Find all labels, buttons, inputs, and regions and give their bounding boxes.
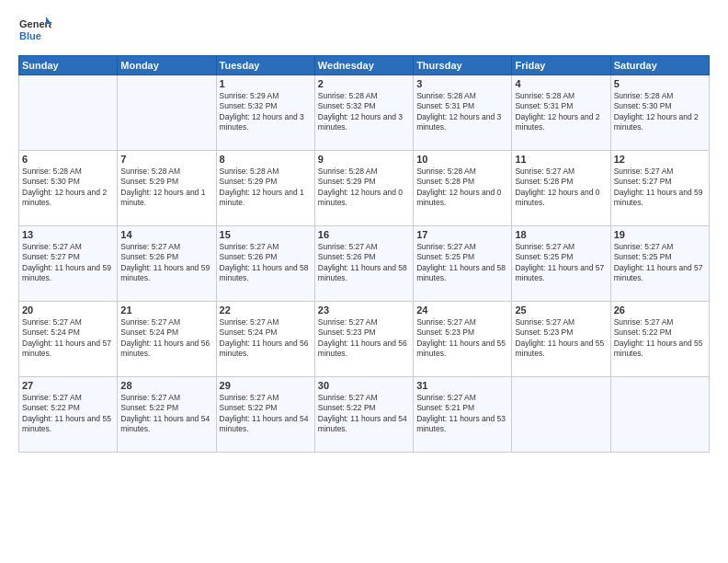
day-cell: 21Sunrise: 5:27 AMSunset: 5:24 PMDayligh… xyxy=(118,302,216,377)
day-number: 2 xyxy=(318,78,410,89)
calendar-table: SundayMondayTuesdayWednesdayThursdayFrid… xyxy=(18,55,710,453)
day-cell: 9Sunrise: 5:28 AMSunset: 5:29 PMDaylight… xyxy=(314,151,413,226)
day-info: Sunrise: 5:27 AMSunset: 5:21 PMDaylight:… xyxy=(416,393,508,435)
day-cell: 19Sunrise: 5:27 AMSunset: 5:25 PMDayligh… xyxy=(610,226,709,302)
day-number: 26 xyxy=(614,304,706,316)
col-header-tuesday: Tuesday xyxy=(216,56,314,75)
day-cell: 22Sunrise: 5:27 AMSunset: 5:24 PMDayligh… xyxy=(216,302,314,377)
day-number: 16 xyxy=(318,229,410,240)
day-info: Sunrise: 5:27 AMSunset: 5:23 PMDaylight:… xyxy=(318,317,410,360)
day-cell: 20Sunrise: 5:27 AMSunset: 5:24 PMDayligh… xyxy=(19,302,118,377)
week-row-4: 20Sunrise: 5:27 AMSunset: 5:24 PMDayligh… xyxy=(19,302,710,377)
day-number: 24 xyxy=(416,304,508,316)
day-cell: 30Sunrise: 5:27 AMSunset: 5:22 PMDayligh… xyxy=(314,377,413,453)
day-number: 18 xyxy=(515,229,607,240)
day-number: 7 xyxy=(120,154,212,165)
day-number: 30 xyxy=(318,380,410,391)
col-header-monday: Monday xyxy=(118,56,216,75)
day-cell: 4Sunrise: 5:28 AMSunset: 5:31 PMDaylight… xyxy=(512,75,610,151)
day-info: Sunrise: 5:28 AMSunset: 5:32 PMDaylight:… xyxy=(318,91,410,133)
day-number: 17 xyxy=(416,229,508,240)
day-number: 1 xyxy=(220,78,312,89)
day-info: Sunrise: 5:27 AMSunset: 5:23 PMDaylight:… xyxy=(416,317,508,360)
day-info: Sunrise: 5:27 AMSunset: 5:24 PMDaylight:… xyxy=(22,317,114,360)
day-info: Sunrise: 5:27 AMSunset: 5:25 PMDaylight:… xyxy=(614,242,706,284)
day-cell: 11Sunrise: 5:27 AMSunset: 5:28 PMDayligh… xyxy=(512,151,610,226)
day-cell: 31Sunrise: 5:27 AMSunset: 5:21 PMDayligh… xyxy=(414,377,512,453)
day-info: Sunrise: 5:28 AMSunset: 5:31 PMDaylight:… xyxy=(515,91,607,133)
day-info: Sunrise: 5:27 AMSunset: 5:27 PMDaylight:… xyxy=(614,167,706,209)
day-info: Sunrise: 5:27 AMSunset: 5:26 PMDaylight:… xyxy=(318,242,410,284)
day-cell: 15Sunrise: 5:27 AMSunset: 5:26 PMDayligh… xyxy=(216,226,314,302)
day-number: 4 xyxy=(515,78,607,89)
day-cell: 24Sunrise: 5:27 AMSunset: 5:23 PMDayligh… xyxy=(414,302,512,377)
day-number: 9 xyxy=(318,154,410,165)
day-info: Sunrise: 5:27 AMSunset: 5:25 PMDaylight:… xyxy=(416,242,508,284)
day-info: Sunrise: 5:27 AMSunset: 5:23 PMDaylight:… xyxy=(515,317,607,360)
day-cell: 12Sunrise: 5:27 AMSunset: 5:27 PMDayligh… xyxy=(610,151,709,226)
day-cell: 23Sunrise: 5:27 AMSunset: 5:23 PMDayligh… xyxy=(314,302,413,377)
day-number: 31 xyxy=(416,380,508,391)
day-info: Sunrise: 5:27 AMSunset: 5:24 PMDaylight:… xyxy=(120,317,212,360)
svg-text:Blue: Blue xyxy=(19,30,41,41)
day-info: Sunrise: 5:28 AMSunset: 5:30 PMDaylight:… xyxy=(22,167,114,209)
day-number: 14 xyxy=(120,229,212,240)
day-cell: 7Sunrise: 5:28 AMSunset: 5:29 PMDaylight… xyxy=(118,151,216,226)
day-info: Sunrise: 5:27 AMSunset: 5:22 PMDaylight:… xyxy=(318,393,410,435)
day-info: Sunrise: 5:27 AMSunset: 5:25 PMDaylight:… xyxy=(515,242,607,284)
day-info: Sunrise: 5:27 AMSunset: 5:26 PMDaylight:… xyxy=(120,242,212,284)
day-cell: 6Sunrise: 5:28 AMSunset: 5:30 PMDaylight… xyxy=(19,151,118,226)
day-number: 28 xyxy=(120,380,212,391)
header: General Blue xyxy=(18,15,710,48)
day-cell: 3Sunrise: 5:28 AMSunset: 5:31 PMDaylight… xyxy=(414,75,512,151)
col-header-wednesday: Wednesday xyxy=(314,56,413,75)
day-cell: 1Sunrise: 5:29 AMSunset: 5:32 PMDaylight… xyxy=(216,75,314,151)
day-number: 23 xyxy=(318,304,410,316)
col-header-friday: Friday xyxy=(512,56,610,75)
day-number: 8 xyxy=(220,154,312,165)
day-number: 13 xyxy=(22,229,114,240)
day-cell: 18Sunrise: 5:27 AMSunset: 5:25 PMDayligh… xyxy=(512,226,610,302)
day-cell: 26Sunrise: 5:27 AMSunset: 5:22 PMDayligh… xyxy=(610,302,709,377)
day-cell: 27Sunrise: 5:27 AMSunset: 5:22 PMDayligh… xyxy=(19,377,118,453)
day-cell: 2Sunrise: 5:28 AMSunset: 5:32 PMDaylight… xyxy=(314,75,413,151)
week-row-3: 13Sunrise: 5:27 AMSunset: 5:27 PMDayligh… xyxy=(19,226,710,302)
day-cell: 17Sunrise: 5:27 AMSunset: 5:25 PMDayligh… xyxy=(414,226,512,302)
day-cell: 25Sunrise: 5:27 AMSunset: 5:23 PMDayligh… xyxy=(512,302,610,377)
day-number: 3 xyxy=(416,78,508,89)
day-cell: 8Sunrise: 5:28 AMSunset: 5:29 PMDaylight… xyxy=(216,151,314,226)
day-cell xyxy=(118,75,216,151)
day-cell: 10Sunrise: 5:28 AMSunset: 5:28 PMDayligh… xyxy=(414,151,512,226)
week-row-1: 1Sunrise: 5:29 AMSunset: 5:32 PMDaylight… xyxy=(19,75,710,151)
day-cell: 16Sunrise: 5:27 AMSunset: 5:26 PMDayligh… xyxy=(314,226,413,302)
day-info: Sunrise: 5:28 AMSunset: 5:31 PMDaylight:… xyxy=(416,91,508,133)
col-header-thursday: Thursday xyxy=(414,56,512,75)
day-cell xyxy=(610,377,709,453)
day-number: 10 xyxy=(416,154,508,165)
week-row-2: 6Sunrise: 5:28 AMSunset: 5:30 PMDaylight… xyxy=(19,151,710,226)
day-number: 25 xyxy=(515,304,607,316)
day-cell: 14Sunrise: 5:27 AMSunset: 5:26 PMDayligh… xyxy=(118,226,216,302)
day-number: 29 xyxy=(220,380,312,391)
day-info: Sunrise: 5:27 AMSunset: 5:22 PMDaylight:… xyxy=(220,393,312,435)
day-number: 21 xyxy=(120,304,212,316)
day-info: Sunrise: 5:28 AMSunset: 5:29 PMDaylight:… xyxy=(220,167,312,209)
page: General Blue SundayMondayTuesdayWednesda… xyxy=(0,0,728,563)
logo: General Blue xyxy=(18,15,55,48)
col-header-sunday: Sunday xyxy=(19,56,118,75)
day-info: Sunrise: 5:28 AMSunset: 5:30 PMDaylight:… xyxy=(614,91,706,133)
day-info: Sunrise: 5:27 AMSunset: 5:24 PMDaylight:… xyxy=(220,317,312,360)
day-number: 20 xyxy=(22,304,114,316)
col-header-saturday: Saturday xyxy=(610,56,709,75)
day-cell xyxy=(19,75,118,151)
day-number: 6 xyxy=(22,154,114,165)
day-cell: 28Sunrise: 5:27 AMSunset: 5:22 PMDayligh… xyxy=(118,377,216,453)
day-number: 22 xyxy=(220,304,312,316)
day-info: Sunrise: 5:29 AMSunset: 5:32 PMDaylight:… xyxy=(220,91,312,133)
day-cell xyxy=(512,377,610,453)
logo-svg: General Blue xyxy=(18,15,51,48)
day-info: Sunrise: 5:27 AMSunset: 5:26 PMDaylight:… xyxy=(220,242,312,284)
day-info: Sunrise: 5:28 AMSunset: 5:28 PMDaylight:… xyxy=(416,167,508,209)
day-info: Sunrise: 5:27 AMSunset: 5:28 PMDaylight:… xyxy=(515,167,607,209)
day-cell: 5Sunrise: 5:28 AMSunset: 5:30 PMDaylight… xyxy=(610,75,709,151)
